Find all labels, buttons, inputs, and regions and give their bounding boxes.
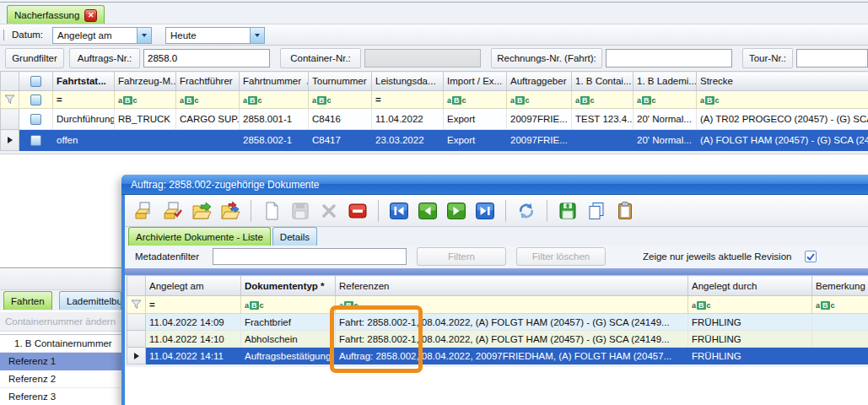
revision-checkbox[interactable] (805, 251, 817, 262)
fahrten-grid: Fahrtstat... Fahrzeug-M... Frachtführer … (0, 71, 868, 151)
checkbox-icon[interactable] (30, 94, 41, 105)
column-header-lademittel[interactable]: 1. B Lademi... (633, 72, 697, 91)
filter-cell[interactable]: = (146, 296, 241, 314)
tab-nacherfassung[interactable]: Nacherfassung ✕ (7, 5, 105, 24)
filter-cell[interactable]: aBc (507, 91, 572, 109)
refresh-button[interactable] (514, 198, 539, 224)
column-header-fahrtstatus[interactable]: Fahrtstat... (53, 72, 115, 91)
filter-cell[interactable]: aBc (309, 91, 372, 109)
nav-next-button[interactable] (444, 198, 469, 224)
list-item[interactable]: Referenz 2 (0, 370, 121, 388)
grid-header-row: Angelegt am Dokumententyp * Referenzen A… (127, 276, 868, 296)
scan-document-button[interactable] (132, 198, 157, 224)
column-header-leistungsdatum[interactable]: Leistungsda... (372, 72, 444, 91)
auftrags-nr-input[interactable] (143, 49, 270, 68)
metadata-filter-panel: Metadatenfilter Filtern Filter löschen Z… (125, 246, 868, 268)
column-header-angelegt-am[interactable]: Angelegt am (146, 276, 241, 296)
save-button[interactable] (288, 198, 313, 224)
open-folder-import-multi-button[interactable] (218, 198, 243, 224)
delete-button[interactable] (316, 198, 342, 224)
column-header-dokumententyp[interactable]: Dokumententyp * (241, 276, 336, 296)
tab-nacherfassung-label: Nacherfassung (14, 10, 79, 20)
dialog-tabs: Archivierte Dokumente - Liste Details (128, 227, 317, 246)
open-folder-import-button[interactable] (189, 198, 214, 224)
column-header-strecke[interactable]: Strecke (697, 72, 868, 91)
tab-close-icon[interactable]: ✕ (84, 9, 97, 22)
nav-prev-button[interactable] (415, 198, 440, 224)
column-header-referenzen[interactable]: Referenzen (336, 276, 688, 296)
datum-range-dropdown-button[interactable] (250, 28, 264, 43)
containernummer-aendern-button[interactable]: Containernummer ändern (0, 312, 121, 332)
table-row[interactable]: 11.04.2022 14:09 Frachtbrief Fahrt: 2858… (127, 314, 868, 331)
column-header-bemerkung[interactable]: Bemerkung (812, 276, 868, 296)
filter-cell[interactable]: aBc (115, 91, 176, 109)
dialog-titlebar[interactable]: Auftrag: 2858.002-zugehörige Dokumente (121, 175, 868, 195)
table-row[interactable]: 11.04.2022 14:10 Abholschein Fahrt: 2858… (127, 331, 868, 348)
datum-field-combobox[interactable]: Angelegt am (52, 27, 152, 44)
list-item[interactable]: 1. B Containernummer (0, 335, 121, 353)
tab-lademittelbuchung[interactable]: Lademittelbuchu (59, 291, 121, 310)
new-document-button[interactable] (259, 198, 284, 224)
auftrags-nr-label: Auftrags-Nr.: (69, 48, 140, 68)
tour-nr-input[interactable] (796, 49, 868, 68)
open-folder-import-multi-icon (220, 201, 240, 221)
filter-cell[interactable]: aBc (697, 91, 868, 109)
container-nr-input[interactable] (364, 49, 481, 68)
metadata-filter-input[interactable] (213, 248, 407, 265)
select-all-header[interactable] (19, 72, 53, 91)
filter-cell[interactable]: aBc (688, 296, 812, 314)
list-item-selected[interactable]: Referenz 1 (0, 353, 121, 370)
table-row-selected[interactable]: 11.04.2022 14:11 Auftragsbestätigung Auf… (127, 348, 868, 364)
column-header-fahrtnummer[interactable]: Fahrtnummer (240, 72, 309, 91)
column-header-angelegt-durch[interactable]: Angelegt durch (688, 276, 812, 296)
checkbox-icon[interactable] (30, 76, 41, 87)
column-header-frachtfuehrer[interactable]: Frachtführer (176, 72, 240, 91)
filter-cell[interactable]: = (53, 91, 115, 109)
filter-cell[interactable]: = (372, 91, 444, 109)
datum-range-value: Heute (166, 28, 250, 43)
nav-first-button[interactable] (386, 198, 412, 224)
filter-cell[interactable]: aBc (812, 296, 868, 314)
rechnungs-nr-input[interactable] (606, 49, 732, 68)
datum-range-combobox[interactable]: Heute (165, 27, 265, 44)
tab-archivierte-dokumente[interactable]: Archivierte Dokumente - Liste (128, 227, 271, 246)
grundfilter-label: Grundfilter (5, 48, 64, 68)
filter-cell[interactable]: aBc (444, 91, 507, 109)
checkbox-icon[interactable] (30, 114, 41, 125)
clipboard-button[interactable] (612, 198, 638, 224)
toolbar-grip-icon[interactable] (3, 30, 7, 40)
clipboard-icon (615, 201, 635, 221)
column-header-fahrzeug[interactable]: Fahrzeug-M... (115, 72, 176, 91)
tab-fahrten[interactable]: Fahrten (3, 291, 52, 310)
filter-cell-checkbox[interactable] (19, 91, 53, 109)
row-checkbox-cell[interactable] (19, 109, 53, 130)
row-checkbox-cell[interactable] (19, 130, 53, 151)
row-indicator-current (1, 130, 19, 151)
column-header-import-export[interactable]: Import / Ex... (444, 72, 507, 91)
export-save-button[interactable] (555, 198, 580, 224)
column-header-auftraggeber[interactable]: Auftraggeber (507, 72, 572, 91)
filter-cell[interactable]: aBc (241, 296, 336, 314)
table-row[interactable]: Durchführung RB_TRUCK CARGO SUP... 2858.… (1, 109, 868, 130)
datum-field-dropdown-button[interactable] (137, 28, 151, 43)
copy-button[interactable] (584, 198, 609, 224)
table-row-selected[interactable]: offen 2858.002-1 C8417 23.03.2022 Export… (1, 130, 868, 151)
filter-cell[interactable]: aBc (176, 91, 240, 109)
checkbox-icon[interactable] (30, 135, 41, 146)
nav-last-button[interactable] (472, 198, 498, 224)
tour-nr-label: Tour-Nr.: (742, 48, 793, 68)
abc-filter-icon: aBc (816, 301, 835, 310)
list-item[interactable]: Referenz 3 (0, 388, 121, 405)
scan-document-verify-button[interactable] (160, 198, 186, 224)
column-header-tournummer[interactable]: Tournummer (309, 72, 372, 91)
dialog-toolbar (125, 195, 868, 227)
remove-button[interactable] (345, 198, 370, 224)
filter-cell[interactable]: aBc (240, 91, 309, 109)
filter-cell[interactable]: aBc (572, 91, 633, 109)
filtern-button[interactable]: Filtern (417, 247, 506, 266)
filter-cell[interactable]: aBc (633, 91, 697, 109)
filter-row-indicator (127, 296, 146, 314)
column-header-containernummer[interactable]: 1. B Contai... (572, 72, 633, 91)
filter-loeschen-button[interactable]: Filter löschen (516, 247, 606, 266)
tab-details[interactable]: Details (272, 227, 317, 246)
